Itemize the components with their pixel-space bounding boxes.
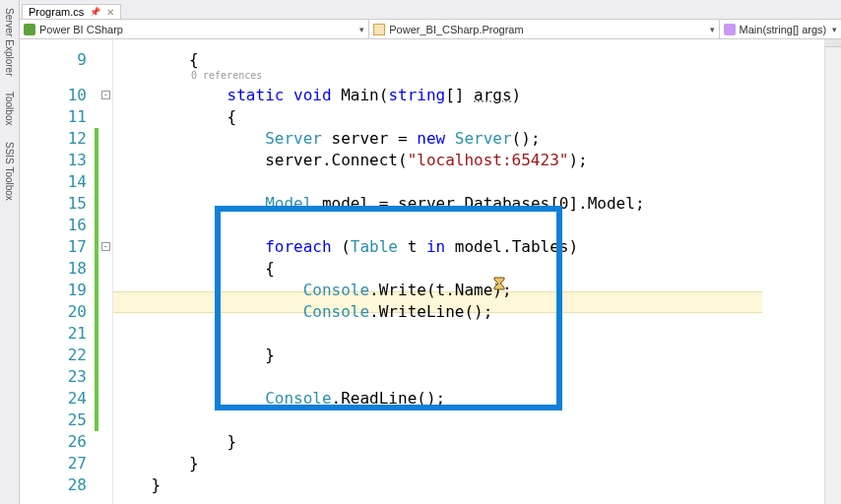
- line-number: 23: [20, 366, 87, 388]
- change-indicator: [95, 171, 98, 193]
- change-indicator: [95, 323, 98, 345]
- code-line: }: [113, 345, 841, 366]
- nav-type-label: Power_BI_CSharp.Program: [389, 24, 523, 35]
- side-tool-rail: Server Explorer Toolbox SSIS Toolbox: [0, 0, 20, 504]
- line-number: 18: [20, 258, 87, 280]
- line-number-margin: 9 10 11 12 13 14 15 16 17 18 19 20 21 22…: [20, 39, 95, 504]
- code-line: {: [113, 258, 841, 280]
- line-number: 24: [20, 388, 87, 410]
- split-handle[interactable]: [824, 39, 841, 47]
- code-line: Model model = server.Databases[0].Model;: [113, 193, 841, 215]
- code-line: [113, 215, 841, 236]
- method-icon: [724, 24, 736, 35]
- marker-margin: - -: [95, 39, 112, 504]
- code-line: Console.WriteLine();: [113, 301, 841, 323]
- code-line: }: [113, 474, 841, 496]
- pin-icon[interactable]: 📌: [90, 7, 100, 17]
- code-line: [113, 366, 841, 388]
- line-number: 10: [20, 85, 87, 106]
- line-number: 13: [20, 150, 87, 171]
- rail-tab-toolbox[interactable]: Toolbox: [3, 88, 16, 129]
- code-surface[interactable]: { 0 references static void Main(string[]…: [113, 39, 841, 504]
- code-line: Console.ReadLine();: [113, 388, 841, 410]
- file-tab-program[interactable]: Program.cs 📌 ✕: [22, 4, 121, 19]
- line-number: 28: [20, 474, 87, 496]
- fold-toggle[interactable]: -: [101, 242, 110, 251]
- codelens-references[interactable]: 0 references: [191, 69, 262, 83]
- line-number: 9: [20, 49, 87, 71]
- hourglass-cursor-icon: [493, 275, 505, 288]
- rail-tab-ssis-toolbox[interactable]: SSIS Toolbox: [3, 138, 16, 205]
- code-editor[interactable]: 9 10 11 12 13 14 15 16 17 18 19 20 21 22…: [20, 39, 841, 504]
- line-number: 27: [20, 453, 87, 474]
- chevron-down-icon: ▾: [710, 25, 715, 34]
- code-line: Server server = new Server();: [113, 128, 841, 150]
- nav-type-dropdown[interactable]: Power_BI_CSharp.Program ▾: [369, 20, 719, 38]
- class-icon: [373, 24, 385, 35]
- line-number: 11: [20, 106, 87, 128]
- code-line: [113, 410, 841, 431]
- line-number: 15: [20, 193, 87, 215]
- line-number: 17: [20, 236, 87, 258]
- line-number: 22: [20, 345, 87, 366]
- code-line: [113, 171, 841, 193]
- change-indicator: [95, 215, 98, 236]
- change-indicator: [95, 345, 98, 366]
- change-indicator: [95, 128, 98, 150]
- chevron-down-icon: ▾: [359, 25, 364, 34]
- nav-project-label: Power BI CSharp: [39, 24, 123, 35]
- code-line: static void Main(string[] args): [113, 85, 841, 106]
- code-line: {: [113, 106, 841, 128]
- document-tab-row: Program.cs 📌 ✕: [20, 0, 841, 20]
- change-indicator: [95, 388, 98, 410]
- change-indicator: [95, 410, 98, 431]
- file-tab-label: Program.cs: [29, 6, 84, 18]
- line-number: 20: [20, 301, 87, 323]
- csharp-project-icon: [24, 24, 35, 35]
- line-number: 21: [20, 323, 87, 345]
- change-indicator: [95, 258, 98, 280]
- vertical-scrollbar[interactable]: [824, 39, 841, 504]
- chevron-down-icon: ▾: [832, 25, 837, 34]
- editor-column: Program.cs 📌 ✕ Power BI CSharp ▾ Power_B…: [20, 0, 841, 504]
- rail-tab-server-explorer[interactable]: Server Explorer: [3, 4, 16, 80]
- line-number: 19: [20, 280, 87, 301]
- code-line: }: [113, 431, 841, 453]
- code-line: server.Connect("localhost:65423");: [113, 150, 841, 171]
- line-number: 26: [20, 431, 87, 453]
- fold-toggle[interactable]: -: [101, 91, 110, 99]
- line-number: 25: [20, 410, 87, 431]
- change-indicator: [95, 193, 98, 215]
- change-indicator: [95, 236, 98, 258]
- editor-gutter: 9 10 11 12 13 14 15 16 17 18 19 20 21 22…: [20, 39, 113, 504]
- code-line: {: [113, 49, 841, 71]
- change-indicator: [95, 280, 98, 301]
- code-line: Console.Write(t.Name);: [113, 280, 841, 301]
- nav-member-label: Main(string[] args): [740, 24, 827, 35]
- line-number: 16: [20, 215, 87, 236]
- change-indicator: [95, 301, 98, 323]
- code-line: }: [113, 453, 841, 474]
- line-number: 12: [20, 128, 87, 150]
- svg-marker-0: [494, 278, 504, 289]
- nav-member-dropdown[interactable]: Main(string[] args) ▾: [720, 20, 841, 38]
- change-indicator: [95, 150, 98, 171]
- change-indicator: [95, 366, 98, 388]
- close-icon[interactable]: ✕: [106, 7, 114, 18]
- code-line: foreach (Table t in model.Tables): [113, 236, 841, 258]
- navigation-bar: Power BI CSharp ▾ Power_BI_CSharp.Progra…: [20, 20, 841, 39]
- line-number: 14: [20, 171, 87, 193]
- code-line: [113, 323, 841, 345]
- nav-project-dropdown[interactable]: Power BI CSharp ▾: [20, 20, 369, 38]
